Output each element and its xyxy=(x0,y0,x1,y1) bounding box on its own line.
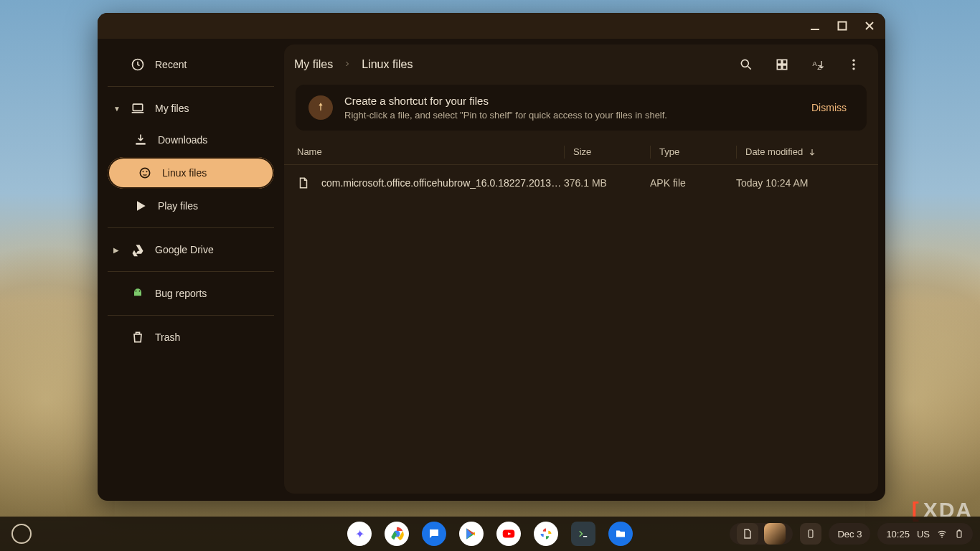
tote-thumbnail[interactable] xyxy=(764,523,786,545)
sidebar-item-label: Google Drive xyxy=(155,244,214,255)
wifi-icon xyxy=(937,529,947,539)
sidebar-item-google-drive[interactable]: ▶ Google Drive xyxy=(103,234,278,265)
svg-point-19 xyxy=(852,63,854,65)
dismiss-button[interactable]: Dismiss xyxy=(804,98,854,118)
banner-title: Create a shortcut for your files xyxy=(344,95,667,107)
sidebar-item-myfiles[interactable]: ▼ My files xyxy=(103,93,278,124)
view-toggle-button[interactable] xyxy=(768,50,796,79)
minimize-button[interactable] xyxy=(808,19,822,33)
sidebar-divider xyxy=(108,86,274,87)
sidebar-item-downloads[interactable]: Downloads xyxy=(103,124,278,156)
svg-rect-27 xyxy=(957,531,961,537)
column-label: Name xyxy=(297,146,322,157)
status-tray[interactable]: 10:25 US xyxy=(877,523,973,545)
sidebar-divider xyxy=(108,227,274,228)
chevron-right-icon: ▶ xyxy=(113,246,121,254)
date-pill[interactable]: Dec 3 xyxy=(829,523,870,545)
phone-hub-button[interactable] xyxy=(800,523,821,545)
grid-icon xyxy=(775,57,789,72)
shortcut-tip-banner: Create a shortcut for your files Right-c… xyxy=(296,85,867,131)
terminal-app-icon[interactable] xyxy=(571,522,595,546)
file-size: 376.1 MB xyxy=(564,177,650,189)
shelf-right: Dec 3 10:25 US xyxy=(730,523,973,545)
android-icon xyxy=(131,286,145,301)
svg-rect-3 xyxy=(133,104,142,110)
search-button[interactable] xyxy=(732,50,760,79)
file-modified: Today 10:24 AM xyxy=(736,177,865,189)
column-size[interactable]: Size xyxy=(564,146,650,159)
table-row[interactable]: com.microsoft.office.officehubrow_16.0.1… xyxy=(284,165,878,201)
tote-file-icon[interactable] xyxy=(737,523,758,545)
column-label: Size xyxy=(573,146,591,157)
sidebar-item-label: Linux files xyxy=(162,167,207,179)
svg-point-18 xyxy=(852,60,854,62)
column-label: Date modified xyxy=(745,146,803,157)
more-vert-icon xyxy=(847,57,861,72)
breadcrumb-root[interactable]: My files xyxy=(294,58,333,71)
youtube-app-icon[interactable] xyxy=(496,522,521,546)
drive-icon xyxy=(131,242,145,257)
column-name[interactable]: Name xyxy=(297,146,564,157)
svg-rect-4 xyxy=(132,112,144,113)
battery-icon xyxy=(954,529,964,539)
banner-text: Create a shortcut for your files Right-c… xyxy=(344,95,667,121)
sidebar-item-label: My files xyxy=(155,103,189,114)
breadcrumb: My files Linux files xyxy=(294,58,413,71)
chrome-app-icon[interactable] xyxy=(385,522,409,546)
shelf-locale: US xyxy=(917,529,930,540)
clock-icon xyxy=(131,57,145,72)
column-type[interactable]: Type xyxy=(650,146,736,159)
sidebar-item-play-files[interactable]: Play files xyxy=(103,190,278,222)
sidebar-divider xyxy=(108,271,274,272)
file-name: com.microsoft.office.officehubrow_16.0.1… xyxy=(321,177,564,189)
messages-app-icon[interactable] xyxy=(422,522,446,546)
sidebar-item-label: Trash xyxy=(155,331,180,343)
shelf-time: 10:25 xyxy=(886,529,910,540)
svg-rect-13 xyxy=(783,60,787,64)
svg-rect-1 xyxy=(839,22,847,30)
svg-rect-25 xyxy=(809,530,814,538)
close-button[interactable] xyxy=(862,19,877,33)
photos-app-icon[interactable] xyxy=(534,522,558,546)
sidebar-item-label: Downloads xyxy=(158,134,207,146)
sidebar-item-linux-files[interactable]: Linux files xyxy=(108,157,274,189)
laptop-icon xyxy=(131,101,145,116)
sidebar-item-trash[interactable]: Trash xyxy=(103,321,278,353)
sidebar: Recent ▼ My files Downloads xyxy=(98,39,284,501)
sidebar-item-label: Play files xyxy=(158,200,198,212)
svg-rect-5 xyxy=(136,143,145,145)
sort-button[interactable]: AZ xyxy=(804,50,832,79)
chevron-down-icon: ▼ xyxy=(113,105,121,113)
search-icon xyxy=(739,57,753,72)
svg-rect-12 xyxy=(777,60,781,64)
svg-point-6 xyxy=(140,168,149,177)
desktop: Recent ▼ My files Downloads xyxy=(0,0,980,551)
sidebar-item-label: Bug reports xyxy=(155,288,207,299)
tote-tray[interactable] xyxy=(730,523,793,545)
more-menu-button[interactable] xyxy=(839,50,868,79)
svg-rect-28 xyxy=(958,529,960,531)
shelf: ✦ xyxy=(0,517,980,551)
main-panel: My files Linux files AZ xyxy=(284,44,878,494)
banner-description: Right-click a file, and select "Pin to s… xyxy=(344,110,667,121)
table-header: Name Size Type Date modified xyxy=(284,139,878,165)
trash-icon xyxy=(131,330,145,344)
sidebar-item-label: Recent xyxy=(155,59,187,70)
play-store-app-icon[interactable] xyxy=(459,522,484,546)
svg-point-20 xyxy=(852,67,854,70)
svg-point-9 xyxy=(136,291,137,292)
svg-rect-14 xyxy=(777,65,781,70)
files-app-icon[interactable] xyxy=(608,522,633,546)
launcher-button[interactable] xyxy=(11,524,32,544)
pin-icon xyxy=(308,95,333,120)
svg-rect-0 xyxy=(811,29,819,30)
gemini-app-icon[interactable]: ✦ xyxy=(347,522,372,546)
download-icon xyxy=(133,133,148,147)
maximize-button[interactable] xyxy=(835,19,849,33)
sidebar-item-bug-reports[interactable]: Bug reports xyxy=(103,278,278,309)
svg-point-11 xyxy=(741,60,748,67)
play-icon xyxy=(133,199,148,213)
shelf-apps: ✦ xyxy=(347,522,633,546)
column-date-modified[interactable]: Date modified xyxy=(736,146,865,159)
sidebar-item-recent[interactable]: Recent xyxy=(103,49,278,80)
